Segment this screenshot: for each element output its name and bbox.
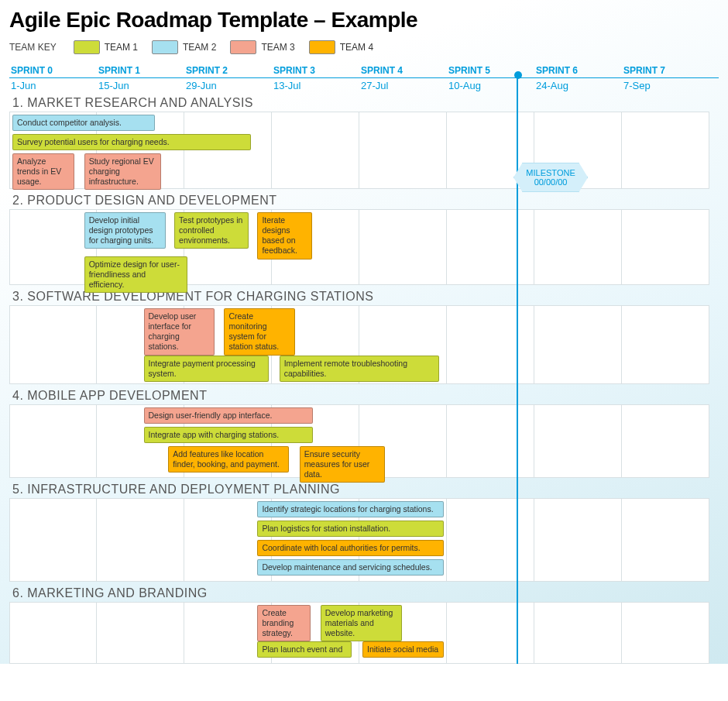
task-bar: Develop maintenance and servicing schedu… [257,559,444,576]
epic-title: 5. INFRASTRUCTURE AND DEPLOYMENT PLANNIN… [12,483,719,497]
task-bar: Coordinate with local authorities for pe… [257,540,444,556]
date-row: 1-Jun15-Jun29-Jun13-Jul27-Jul10-Aug24-Au… [9,80,719,91]
swatch-team1 [74,40,100,54]
sprint-header: SPRINT 0SPRINT 1SPRINT 2SPRINT 3SPRINT 4… [9,65,719,78]
team-key: TEAM KEY TEAM 1 TEAM 2 TEAM 3 TEAM 4 [9,40,719,54]
page-title: Agile Epic Roadmap Template – Example [9,8,719,33]
epic-body: Conduct competitor analysis.Survey poten… [9,112,719,189]
team-key-item: TEAM 3 [230,40,294,54]
task-bar: Iterate designs based on feedback. [257,212,312,259]
task-bar: Survey potential users for charging need… [12,134,251,150]
task-bar: Conduct competitor analysis. [12,115,155,131]
task-bar: Integrate app with charging stations. [144,427,313,443]
milestone-date: 00/00/00 [517,177,584,187]
swatch-team2 [152,40,178,54]
sprint-date-cell: 10-Aug [447,80,534,91]
epic-body: Develop user interface for charging stat… [9,305,719,384]
sprint-header-cell: SPRINT 4 [359,65,447,76]
team1-label: TEAM 1 [105,42,138,53]
current-date-line [517,76,518,664]
sprint-date-cell: 1-Jun [9,80,97,91]
team-key-label: TEAM KEY [9,42,57,53]
task-bar: Implement remote troubleshooting capabil… [280,356,440,382]
task-bar: Optimize design for user-friendliness an… [84,256,187,293]
sprint-date-cell: 7-Sep [622,80,709,91]
sprint-date-cell: 13-Jul [272,80,359,91]
epic-title: 1. MARKET RESEARCH AND ANALYSIS [12,96,719,110]
team3-label: TEAM 3 [261,42,294,53]
task-bar: Initiate social media [362,641,444,658]
task-bar: Identify strategic locations for chargin… [257,501,444,517]
task-bar: Plan logistics for station installation. [257,521,444,537]
sprint-header-cell: SPRINT 6 [534,65,622,76]
sprint-date-cell: 29-Jun [184,80,272,91]
team4-label: TEAM 4 [340,42,373,53]
team-key-item: TEAM 2 [152,40,216,54]
task-bar: Develop marketing materials and website. [321,605,402,641]
task-bar: Test prototypes in controlled environmen… [174,212,249,249]
team2-label: TEAM 2 [183,42,216,53]
task-bar: Create monitoring system for station sta… [224,308,294,356]
task-bar: Develop user interface for charging stat… [144,308,215,356]
task-bar: Study regional EV charging infrastructur… [84,153,161,190]
sprint-header-cell: SPRINT 1 [97,65,184,76]
swatch-team4 [309,40,335,54]
epic-body: Identify strategic locations for chargin… [9,498,719,582]
sprint-header-cell: SPRINT 7 [622,65,709,76]
sprint-date-cell: 27-Jul [359,80,447,91]
epic-body: Design user-friendly app interface.Integ… [9,404,719,478]
epic-body: Create branding strategy.Develop marketi… [9,602,719,664]
team-key-item: TEAM 1 [74,40,138,54]
task-bar: Ensure security measures for user data. [300,446,386,483]
task-bar: Develop initial design prototypes for ch… [84,212,166,249]
team-key-item: TEAM 4 [309,40,373,54]
swatch-team3 [230,40,256,54]
milestone-marker: MILESTONE 00/00/00 [513,163,588,192]
task-bar: Add features like location finder, booki… [168,446,289,472]
sprint-header-cell: SPRINT 0 [9,65,97,76]
sprint-header-cell: SPRINT 3 [272,65,359,76]
task-bar: Design user-friendly app interface. [144,407,313,424]
task-bar: Create branding strategy. [257,605,311,641]
sprint-date-cell: 24-Aug [534,80,622,91]
task-bar: Analyze trends in EV usage. [12,153,74,190]
milestone-label: MILESTONE [517,168,584,177]
epic-title: 2. PRODUCT DESIGN AND DEVELOPMENT [12,194,719,208]
epic-title: 6. MARKETING AND BRANDING [12,586,719,600]
sprint-date-cell: 15-Jun [97,80,184,91]
sprint-header-cell: SPRINT 2 [184,65,272,76]
epic-body: Develop initial design prototypes for ch… [9,209,719,285]
task-bar: Integrate payment processing system. [144,356,270,382]
epic-title: 4. MOBILE APP DEVELOPMENT [12,389,719,403]
task-bar: Plan launch event and [257,641,352,658]
